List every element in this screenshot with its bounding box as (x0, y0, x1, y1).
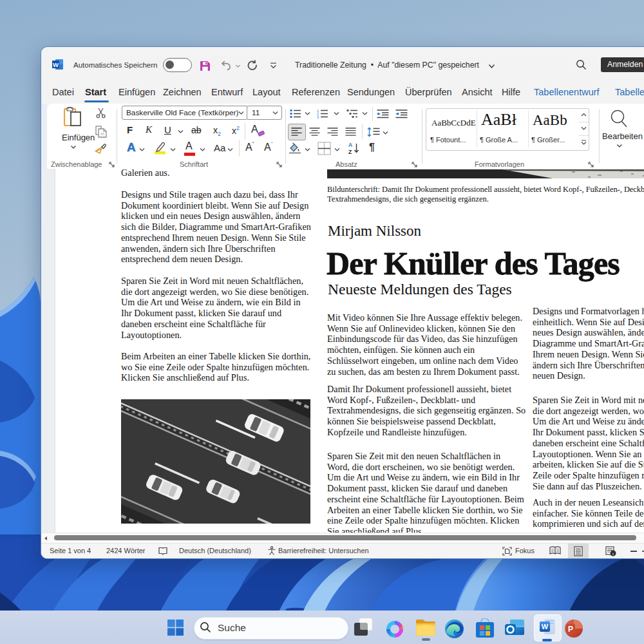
svg-text:Z: Z (348, 149, 352, 155)
svg-text:W: W (542, 623, 549, 630)
svg-text:A: A (348, 142, 352, 148)
svg-text:3: 3 (317, 115, 319, 118)
svg-text:W: W (53, 61, 59, 68)
svg-text:i: i (612, 551, 614, 556)
svg-text:P: P (568, 625, 573, 634)
